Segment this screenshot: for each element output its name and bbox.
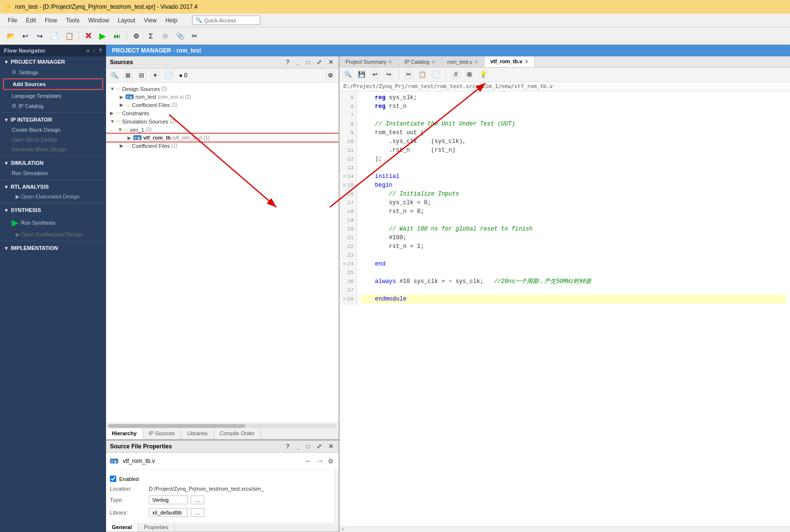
nav-open-block-design[interactable]: Open Block Design [0, 135, 106, 144]
nav-run-simulation[interactable]: Run Simulation [0, 168, 106, 178]
tab-rom-test-v-close[interactable]: ✕ [474, 59, 478, 65]
tab-ip-catalog-close[interactable]: ✕ [431, 59, 435, 65]
editor-scroll-left-arrow[interactable]: < [340, 527, 346, 532]
props-enabled-checkbox[interactable] [110, 476, 116, 482]
menu-edit[interactable]: Edit [22, 16, 40, 25]
constraints-btn[interactable]: ⊘ [159, 29, 172, 43]
tree-vtf-rom-tb[interactable]: ▶ v▲ vtf_rom_tb (vtf_rom_tb.v) (1) [106, 134, 339, 142]
nav-open-elaborated[interactable]: ▶ Open Elaborated Design [0, 192, 106, 201]
ed-copy-btn[interactable]: 📋 [417, 69, 428, 80]
tab-project-summary[interactable]: Project Summary ✕ [340, 57, 398, 67]
delete-btn[interactable]: ✕ [81, 29, 95, 43]
quick-access-bar[interactable]: 🔍 Quick Access [192, 16, 260, 25]
sources-maximize-btn[interactable]: □ [305, 58, 311, 66]
tab-vtf-close[interactable]: ✕ [524, 59, 528, 64]
ed-light-btn[interactable]: 💡 [478, 69, 488, 80]
ed-undo-btn[interactable]: ↩ [370, 69, 380, 80]
menu-tools[interactable]: Tools [62, 16, 83, 25]
tab-vtf-rom-tb-v[interactable]: vtf_rom_tb.v ✕ [485, 56, 535, 67]
nav-section-implementation[interactable]: ▼ IMPLEMENTATION [0, 243, 106, 253]
tab-ip-sources[interactable]: IP Sources [143, 428, 181, 439]
ed-table-btn[interactable]: ⊞ [464, 69, 475, 80]
ed-save-btn[interactable]: 💾 [356, 69, 367, 80]
tab-rom-test-v[interactable]: rom_test.v ✕ [442, 57, 485, 67]
menu-window[interactable]: Window [84, 16, 113, 25]
nav-language-templates[interactable]: Language Templates [0, 91, 106, 101]
nav-section-project-manager[interactable]: ▼ PROJECT MANAGER [0, 56, 106, 67]
props-settings-btn[interactable]: ⚙ [327, 457, 335, 466]
tab-general[interactable]: General [106, 523, 138, 532]
tab-libraries[interactable]: Libraries [181, 428, 214, 439]
sources-expand-btn[interactable]: ⊞ [123, 70, 133, 81]
props-library-input[interactable]: xil_defaultlib [149, 508, 188, 517]
run-btn[interactable]: ▶ [96, 29, 109, 43]
tab-project-summary-close[interactable]: ✕ [388, 59, 392, 65]
ed-paste-btn[interactable]: 📄 [431, 69, 441, 80]
menu-view[interactable]: View [140, 16, 161, 25]
open-project-btn[interactable]: 📂 [4, 29, 18, 43]
props-maximize-btn[interactable]: □ [305, 443, 311, 450]
code-area[interactable]: 5 6 7 8 9 10 11 12 13 ⊟ 14 [340, 91, 790, 526]
ed-search-btn[interactable]: 🔍 [342, 69, 353, 80]
nav-settings[interactable]: ⚙ Settings [0, 67, 106, 77]
props-nav-back[interactable]: ← [304, 456, 313, 466]
disconnect-btn[interactable]: ✂ [188, 29, 201, 43]
sources-file-btn[interactable]: 📄 [163, 70, 174, 81]
nav-section-rtl[interactable]: ▼ RTL ANALYSIS [0, 181, 106, 192]
report-btn[interactable]: Σ [144, 29, 158, 43]
nav-section-simulation[interactable]: ▼ SIMULATION [0, 158, 106, 168]
nav-ip-catalog[interactable]: ⊞ IP Catalog [0, 101, 106, 111]
sources-search-btn[interactable]: 🔍 [109, 70, 120, 81]
tree-design-sources[interactable]: ▼ ▭ Design Sources (2) [106, 85, 339, 93]
flow-nav-pin-icon[interactable]: ≡ [87, 48, 90, 53]
tab-ip-catalog[interactable]: IP Catalog ✕ [398, 57, 441, 67]
nav-add-sources[interactable]: Add Sources [3, 78, 103, 90]
tree-sim1[interactable]: ▼ ▭ sim_1 (2) [106, 125, 339, 134]
nav-create-block-design[interactable]: Create Block Design [0, 125, 106, 135]
undo-btn[interactable]: ↩ [18, 29, 32, 43]
tab-properties[interactable]: Properties [138, 523, 175, 532]
sources-help-btn[interactable]: ? [285, 58, 291, 66]
nav-section-synthesis[interactable]: ▼ SYNTHESIS [0, 205, 106, 215]
tree-constraints[interactable]: ▶ ▭ Constraints [106, 109, 339, 117]
menu-flow[interactable]: Flow [41, 16, 61, 25]
menu-help[interactable]: Help [162, 16, 181, 25]
sources-minimize-btn[interactable]: _ [295, 58, 301, 66]
props-type-browse-btn[interactable]: ... [191, 496, 204, 504]
ed-cut-btn[interactable]: ✂ [403, 69, 414, 80]
flow-nav-up-icon[interactable]: ↑ [93, 48, 96, 53]
props-fullscreen-btn[interactable]: ⤢ [315, 443, 323, 450]
props-minimize-btn[interactable]: _ [295, 443, 301, 450]
run-all-btn[interactable]: ⏭ [110, 29, 124, 43]
editor-horiz-scrollbar[interactable]: < [340, 526, 790, 532]
sources-add-btn[interactable]: + [150, 70, 161, 81]
copy-btn[interactable]: 📋 [62, 29, 76, 43]
tree-sim-sources[interactable]: ▼ ▭ Simulation Sources (2) [106, 117, 339, 125]
settings-btn[interactable]: ⚙ [129, 29, 143, 43]
tree-coeff-design[interactable]: ▶ ▭ Coefficient Files (1) [106, 101, 339, 109]
sources-close-btn[interactable]: ✕ [327, 58, 335, 66]
props-library-browse-btn[interactable]: ... [191, 508, 204, 517]
ed-comment-btn[interactable]: // [450, 69, 461, 80]
edit-constraints-btn[interactable]: 📎 [173, 29, 187, 43]
nav-section-ip-integrator[interactable]: ▼ IP INTEGRATOR [0, 114, 106, 125]
tab-compile-order[interactable]: Compile Order [214, 428, 261, 439]
menu-layout[interactable]: Layout [114, 16, 139, 25]
ed-redo-btn[interactable]: ↪ [383, 69, 394, 80]
nav-open-synthesized[interactable]: ▶ Open Synthesized Design [0, 230, 106, 239]
sources-collapse-btn[interactable]: ⊟ [136, 70, 147, 81]
props-help-btn[interactable]: ? [285, 443, 291, 450]
menu-file[interactable]: File [4, 16, 21, 25]
sources-horiz-scrollbar[interactable] [106, 423, 339, 428]
tab-hierarchy[interactable]: Hierarchy [106, 428, 143, 439]
sources-fullscreen-btn[interactable]: ⤢ [315, 58, 323, 66]
sources-settings-btn[interactable]: ⚙ [325, 70, 336, 81]
tree-coeff-sim[interactable]: ▶ ▭ Coefficient Files (1) [106, 142, 339, 150]
nav-generate-block-design[interactable]: Generate Block Design [0, 144, 106, 154]
tree-rom-test[interactable]: ▶ v▲ rom_test (rom_test.v) (2) [106, 93, 339, 101]
props-close-btn[interactable]: ✕ [327, 443, 335, 450]
flow-nav-help-icon[interactable]: ? [99, 48, 102, 53]
nav-run-synthesis[interactable]: ▶ Run Synthesis [0, 215, 106, 230]
props-scrollbar[interactable] [335, 470, 339, 523]
props-nav-forward[interactable]: → [315, 456, 325, 466]
